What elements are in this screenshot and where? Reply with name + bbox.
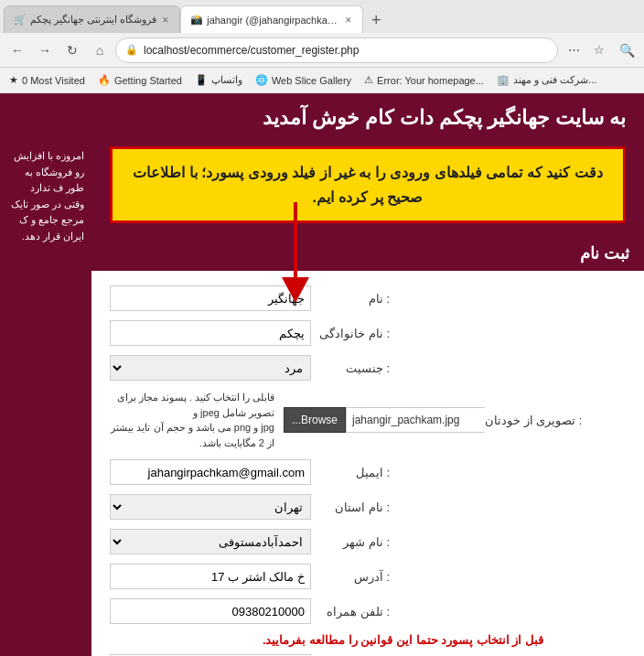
address-text: localhost/ecommerce/customer_register.ph… [144,44,548,57]
svg-marker-1 [282,277,309,303]
bookmark-whatsapp[interactable]: 📱 واتساپ [189,72,248,88]
province-row: : نام استان تهران [110,494,626,520]
browser-tabs: 🛒 فروشگاه اینترنتی جهانگیر پچکم × 📸 jaha… [0,0,644,33]
most-visited-icon: ★ [9,74,18,86]
email-input[interactable] [110,459,311,485]
gender-label: : جنسیت [311,361,393,375]
phone-input[interactable] [110,598,311,624]
city-select[interactable]: احمدآبادمستوفی [110,529,311,554]
bookmark-button[interactable]: ☆ [587,38,611,62]
email-label: : ایمیل [311,466,393,479]
lock-icon: 🔒 [125,44,138,56]
bookmark-company[interactable]: 🏢 شرکت فنی و مهند... [491,72,602,88]
name-row: : نام [110,285,626,311]
back-button[interactable]: ← [5,38,29,62]
webslice-icon: 🌐 [255,74,268,86]
most-visited-label: 0 Most Visited [22,75,85,86]
whatsapp-icon: 📱 [195,74,208,86]
phone-row: : تلفن همراه [110,598,626,624]
password-note: قبل از انتخاب پسورد حتما این قوانین را م… [110,633,543,647]
province-label: : نام استان [311,500,393,514]
page-content: به سایت جهانگیر پچکم دات کام خوش آمدید د… [0,93,644,656]
bookmark-most-visited[interactable]: ★ 0 Most Visited [4,72,91,88]
address-input[interactable] [110,564,311,589]
province-select[interactable]: تهران [110,494,311,520]
error-icon: ⚠ [364,74,373,86]
lastname-row: : نام خانوادگی [110,320,626,346]
address-label: : آدرس [311,570,393,584]
reg-section-title: ثبت نام [580,244,629,263]
reg-form: : نام : نام خانوادگی : جنسیت مرد زن [91,271,644,656]
page-header: به سایت جهانگیر پچکم دات کام خوش آمدید [0,93,644,139]
bookmarks-bar: ★ 0 Most Visited 🔥 Getting Started 📱 وات… [0,68,644,93]
warning-box: دقت کنید که تمامی فیلدهای ورودی را به غی… [110,146,626,223]
tab-shop-favicon: 🛒 [14,14,27,27]
bookmark-getting-started[interactable]: 🔥 Getting Started [92,72,188,88]
getting-started-icon: 🔥 [98,74,111,86]
menu-button[interactable]: ⋯ [562,38,585,62]
tab-shop-label: فروشگاه اینترنتی جهانگیر پچکم [30,14,156,26]
browse-button[interactable]: Browse... [284,407,346,433]
photo-label: : تصویری از خودتان [485,414,585,427]
toolbar-actions: ⋯ ☆ [562,38,611,62]
tab-instagram-favicon: 📸 [190,14,203,27]
registration-section: ثبت نام : نام : نام خانوادگی [91,236,644,656]
company-icon: 🏢 [497,74,510,86]
email-row: : ایمیل [110,459,626,485]
browser-toolbar: ← → ↻ ⌂ 🔒 localhost/ecommerce/customer_r… [0,33,644,68]
address-row: : آدرس [110,564,626,589]
error-label: Error: Your homepage... [377,75,484,86]
forward-button[interactable]: → [33,38,57,62]
tab-shop[interactable]: 🛒 فروشگاه اینترنتی جهانگیر پچکم × [4,5,180,33]
address-bar[interactable]: 🔒 localhost/ecommerce/customer_register.… [115,38,558,63]
gender-row: : جنسیت مرد زن [110,355,626,381]
company-label: شرکت فنی و مهند... [513,74,596,86]
lastname-label: : نام خانوادگی [311,327,393,340]
tab-instagram[interactable]: 📸 jahangir (@jahangirpachkam) • Ins... × [180,5,363,33]
whatsapp-label: واتساپ [211,74,242,86]
new-tab-button[interactable]: + [363,7,389,33]
photo-upload-area: jahangir_pachkam.jpg Browse... [284,407,485,433]
sidebar-text: امروزه با افزایش رو فروشگاه به طور ف تدا… [11,150,84,242]
search-button[interactable]: 🔍 [615,38,639,62]
reg-title-bar: ثبت نام [91,236,644,271]
getting-started-label: Getting Started [114,75,182,86]
warning-text: دقت کنید که تمامی فیلدهای ورودی را به غی… [133,165,602,205]
photo-upload-row: : تصویری از خودتان jahangir_pachkam.jpg … [110,390,626,450]
tab-instagram-label: jahangir (@jahangirpachkam) • Ins... [207,15,339,26]
tab-shop-close[interactable]: × [160,14,170,27]
page-title: به سایت جهانگیر پچکم دات کام خوش آمدید [18,106,626,130]
file-name-display: jahangir_pachkam.jpg [346,407,485,433]
file-input-row: jahangir_pachkam.jpg Browse... [284,407,485,433]
city-row: : نام شهر احمدآبادمستوفی [110,529,626,554]
city-label: : نام شهر [311,535,393,549]
gender-select[interactable]: مرد زن [110,355,311,381]
bookmark-webslice[interactable]: 🌐 Web Slice Gallery [250,72,357,88]
lastname-input[interactable] [110,320,311,346]
webslice-label: Web Slice Gallery [272,75,351,86]
refresh-button[interactable]: ↻ [60,38,84,62]
red-arrow-icon [241,202,350,303]
tab-instagram-close[interactable]: × [343,14,353,27]
photo-hint: قابلی را انتخاب کنید . پسوند مجاز برای ت… [110,390,274,450]
phone-label: : تلفن همراه [311,605,393,618]
home-button[interactable]: ⌂ [88,38,112,62]
bookmark-error[interactable]: ⚠ Error: Your homepage... [359,72,489,88]
sidebar: امروزه با افزایش رو فروشگاه به طور ف تدا… [0,139,91,656]
